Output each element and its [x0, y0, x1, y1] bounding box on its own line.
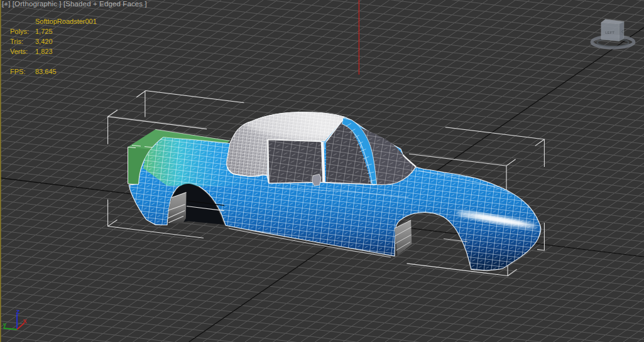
svg-text:X: X [23, 318, 26, 324]
svg-text:LEFT: LEFT [605, 31, 614, 35]
svg-text:y: y [3, 321, 6, 328]
svg-text:Z: Z [16, 309, 20, 315]
